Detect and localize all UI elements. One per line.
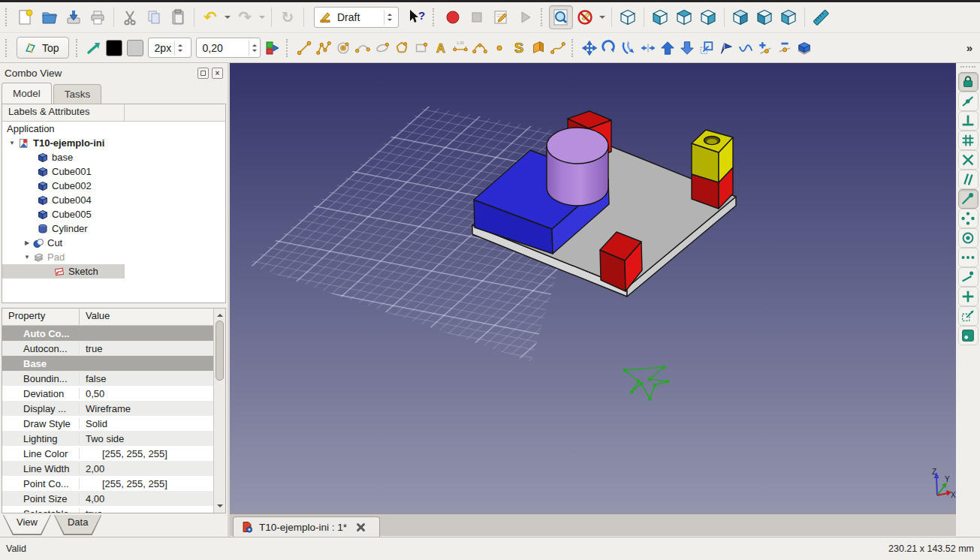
draft-trim-button[interactable]: [638, 36, 658, 60]
draft-polygon-button[interactable]: [392, 36, 412, 60]
draw-style-dropdown[interactable]: [597, 5, 608, 29]
view-rear-button[interactable]: [728, 5, 752, 29]
refresh-button[interactable]: ↻: [276, 5, 300, 29]
property-row[interactable]: Point Size4,00: [2, 491, 214, 506]
draft-ellipse-button[interactable]: [372, 36, 392, 60]
toolbar-overflow-button[interactable]: »: [966, 41, 972, 54]
draft-facebinder-button[interactable]: [529, 36, 548, 60]
toolbar-handle[interactable]: [5, 8, 10, 26]
property-group[interactable]: Auto Co...: [2, 326, 214, 341]
draft-upgrade-button[interactable]: [658, 36, 677, 60]
workbench-spin-arrows[interactable]: [384, 10, 395, 25]
view-axonometric-button[interactable]: [616, 5, 640, 29]
macro-play-button[interactable]: [513, 5, 537, 29]
line-color-swatch[interactable]: [106, 40, 122, 56]
tab-model[interactable]: Model: [2, 83, 52, 104]
draft-point-button[interactable]: [490, 36, 509, 60]
expander-closed-icon[interactable]: ▶: [23, 239, 31, 246]
text-scale-spinner[interactable]: 0,20: [196, 38, 261, 58]
tab-view[interactable]: View: [3, 515, 51, 535]
view-left-button[interactable]: [776, 5, 801, 29]
view-bottom-button[interactable]: [752, 5, 776, 29]
draft-dimension-button[interactable]: 1.00: [451, 36, 470, 60]
property-row[interactable]: Line Width2,00: [2, 461, 214, 476]
line-width-spinner[interactable]: 2px: [148, 38, 191, 58]
snap-extension-button[interactable]: [958, 248, 978, 267]
property-row-clipped[interactable]: Selectabletrue: [2, 506, 214, 513]
snap-perpendicular-button[interactable]: [958, 111, 978, 131]
property-row[interactable]: LightingTwo side: [2, 431, 214, 446]
undo-button[interactable]: ↶: [198, 5, 222, 29]
property-group[interactable]: Base: [2, 356, 214, 371]
copy-button[interactable]: [142, 5, 166, 29]
spin-arrows[interactable]: [174, 41, 185, 56]
3d-viewport[interactable]: Z Y X: [230, 63, 956, 513]
scroll-up-arrow[interactable]: [214, 309, 225, 320]
face-color-swatch[interactable]: [127, 40, 143, 56]
draw-style-button[interactable]: [573, 5, 597, 29]
panel-close-button[interactable]: ×: [212, 68, 223, 79]
document-tab[interactable]: T10-ejemplo-ini : 1*: [233, 516, 380, 537]
draft-bezier-button[interactable]: [548, 36, 568, 60]
draft-downgrade-button[interactable]: [677, 36, 697, 60]
property-row[interactable]: Autocon...true: [2, 341, 214, 356]
property-column-header[interactable]: Property: [2, 309, 80, 325]
tree-column-header[interactable]: Labels & Attributes: [2, 104, 125, 121]
draft-scale-button[interactable]: [697, 36, 716, 60]
tree-item[interactable]: ▼Pad: [2, 250, 225, 264]
scrollbar-thumb[interactable]: [216, 321, 224, 381]
property-row[interactable]: Boundin...false: [2, 371, 214, 386]
draft-bspline-button[interactable]: [470, 36, 490, 60]
undo-dropdown[interactable]: [222, 5, 233, 29]
tree-item[interactable]: Cube002: [2, 179, 225, 193]
draft-arc-button[interactable]: [353, 36, 372, 60]
snap-ortho-button[interactable]: [958, 287, 978, 306]
toolbar-handle[interactable]: [76, 39, 80, 57]
paste-button[interactable]: [166, 5, 190, 29]
tree-item[interactable]: Cube001: [2, 164, 225, 179]
view-top-button[interactable]: [672, 5, 696, 29]
tree-item[interactable]: ▶Cut: [2, 236, 225, 250]
scroll-down-arrow[interactable]: [214, 501, 225, 512]
expander-open-icon[interactable]: ▼: [23, 254, 31, 260]
draft-rectangle-button[interactable]: [412, 36, 431, 60]
snap-midpoint-button[interactable]: [958, 92, 978, 111]
tab-tasks[interactable]: Tasks: [53, 84, 102, 104]
view-right-button[interactable]: [696, 5, 720, 29]
working-plane-button[interactable]: Top: [17, 37, 69, 59]
tree-item[interactable]: Cube005: [2, 207, 225, 221]
tab-close-button[interactable]: [356, 522, 366, 532]
snap-special-button[interactable]: [958, 209, 978, 228]
snap-grid-button[interactable]: [958, 131, 978, 150]
property-scrollbar[interactable]: [213, 309, 225, 513]
model-yellow-block[interactable]: [692, 130, 733, 182]
tree-item-document[interactable]: ▼ T10-ejemplo-ini: [2, 136, 225, 150]
snap-parallel-button[interactable]: [958, 170, 978, 189]
draft-line-button[interactable]: [294, 36, 314, 60]
draft-wire-button[interactable]: [314, 36, 333, 60]
macro-edit-button[interactable]: [489, 5, 513, 29]
snap-intersection-button[interactable]: [958, 150, 978, 170]
draft-wire-to-bspline-button[interactable]: [736, 36, 755, 60]
value-column-header[interactable]: Value: [80, 309, 225, 325]
toolbar-handle[interactable]: [541, 8, 545, 26]
macro-record-button[interactable]: [441, 5, 465, 29]
draft-edit-button[interactable]: [716, 36, 736, 60]
save-button[interactable]: [62, 5, 86, 29]
model-cylinder[interactable]: [547, 128, 608, 206]
tree-item[interactable]: base: [2, 150, 225, 164]
measure-distance-button[interactable]: [809, 5, 833, 29]
property-row[interactable]: Display ...Wireframe: [2, 401, 214, 416]
open-document-button[interactable]: [38, 5, 62, 29]
snap-working-plane-button[interactable]: [958, 326, 978, 345]
property-row[interactable]: Line Color[255, 255, 255]: [2, 446, 214, 461]
spin-arrows[interactable]: [249, 41, 260, 56]
toolbar-handle[interactable]: [5, 39, 10, 57]
cut-button[interactable]: [118, 5, 142, 29]
property-row[interactable]: Point Co...[255, 255, 255]: [2, 476, 214, 491]
new-document-button[interactable]: [14, 5, 38, 29]
redo-dropdown[interactable]: [257, 5, 267, 29]
apply-style-button[interactable]: [263, 36, 282, 60]
snap-endpoint-button[interactable]: [958, 189, 978, 209]
tree-item-application[interactable]: Application: [2, 122, 225, 136]
